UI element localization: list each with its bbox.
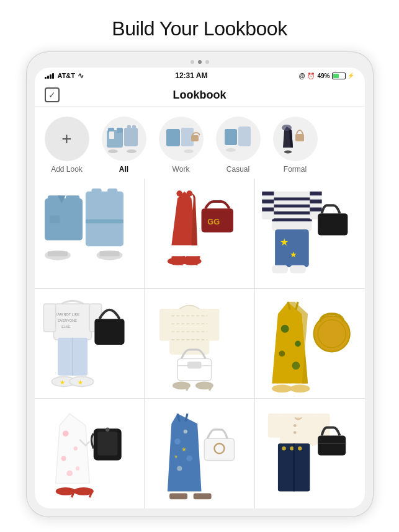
ipad-screen: AT&T ∿ 12:31 AM @ ⏰ 49% ⚡ Lookbook [35, 68, 365, 508]
dot-3 [205, 60, 209, 64]
svg-point-95 [272, 384, 292, 392]
svg-rect-22 [50, 215, 60, 223]
battery-percent: 49% [317, 73, 330, 79]
work-label: Work [173, 165, 190, 174]
outfit-2[interactable]: GG [145, 179, 254, 288]
svg-rect-117 [205, 439, 235, 461]
svg-rect-3 [109, 131, 114, 139]
category-formal[interactable]: Formal [268, 117, 323, 174]
category-all[interactable]: All [97, 117, 151, 174]
svg-rect-57 [318, 213, 347, 235]
svg-rect-6 [132, 125, 136, 130]
svg-point-100 [75, 467, 79, 471]
svg-point-125 [294, 432, 297, 435]
svg-rect-122 [268, 414, 282, 438]
work-circle [159, 117, 204, 161]
svg-rect-23 [85, 192, 123, 246]
ipad-frame: AT&T ∿ 12:31 AM @ ⏰ 49% ⚡ Lookbook [26, 51, 374, 517]
svg-rect-68 [94, 319, 124, 345]
svg-rect-0 [107, 130, 123, 148]
svg-rect-43 [272, 205, 312, 208]
nav-title: Lookbook [173, 89, 226, 102]
svg-rect-61 [43, 304, 55, 332]
add-look-circle: + [45, 117, 89, 161]
outfit-5-svg [150, 294, 249, 394]
svg-point-7 [108, 149, 118, 153]
svg-point-32 [187, 190, 193, 197]
outfit-8[interactable]: ★ ★ [145, 399, 254, 508]
svg-text:★: ★ [174, 454, 178, 460]
outfit-3[interactable]: ★ ★ [255, 179, 365, 288]
svg-point-87 [281, 324, 289, 332]
svg-rect-119 [169, 494, 187, 500]
plus-icon: + [61, 129, 71, 149]
categories-row: + Add Look [35, 107, 365, 179]
svg-rect-51 [310, 192, 321, 195]
outfit-3-svg: ★ ★ [260, 184, 360, 283]
formal-outfit-icon [273, 117, 318, 161]
svg-rect-53 [310, 208, 321, 211]
formal-label: Formal [284, 165, 307, 174]
svg-text:★: ★ [290, 250, 297, 259]
svg-point-112 [177, 466, 182, 471]
casual-label: Casual [226, 165, 249, 174]
svg-point-15 [226, 148, 236, 152]
svg-rect-25 [107, 188, 117, 198]
svg-text:ELSE: ELSE [61, 324, 71, 328]
work-outfit-icon [159, 117, 204, 161]
svg-rect-45 [272, 218, 312, 221]
svg-rect-58 [272, 265, 288, 273]
svg-rect-54 [275, 229, 309, 267]
svg-rect-131 [318, 436, 346, 456]
svg-point-96 [290, 384, 310, 392]
category-work[interactable]: Work [154, 117, 208, 174]
svg-text:★: ★ [60, 379, 65, 386]
outfit-5[interactable] [145, 289, 254, 399]
svg-point-127 [282, 446, 285, 450]
svg-rect-75 [207, 309, 219, 340]
svg-rect-120 [194, 494, 212, 500]
signal-icon [45, 73, 54, 79]
outfit-2-svg: GG [150, 184, 249, 283]
outfit-1[interactable] [35, 179, 145, 288]
svg-text:★: ★ [280, 236, 289, 247]
svg-rect-14 [238, 126, 251, 146]
svg-rect-52 [310, 200, 321, 203]
add-look-label: Add Look [51, 165, 83, 174]
outfit-9-svg [260, 404, 360, 503]
svg-point-109 [174, 439, 181, 445]
svg-text:I AM NOT LIKE: I AM NOT LIKE [55, 313, 79, 316]
all-outfit-icon [102, 117, 146, 161]
svg-rect-59 [290, 265, 306, 273]
charging-icon: ⚡ [347, 73, 354, 79]
status-time: 12:31 AM [175, 71, 207, 80]
outfit-6[interactable] [255, 289, 365, 399]
status-right: @ ⏰ 49% ⚡ [299, 73, 355, 79]
outfit-7[interactable] [35, 399, 145, 508]
outfit-4[interactable]: I AM NOT LIKE EVERYONE ELSE ★ [35, 289, 145, 399]
category-add-look[interactable]: + Add Look [40, 117, 94, 174]
svg-text:EVERYONE: EVERYONE [57, 319, 76, 322]
casual-circle [216, 117, 261, 161]
svg-point-104 [105, 428, 109, 432]
outfit-1-svg [40, 184, 140, 283]
svg-point-8 [127, 149, 137, 153]
svg-point-18 [284, 151, 292, 154]
svg-point-31 [177, 190, 183, 197]
status-left: AT&T ∿ [45, 71, 84, 80]
svg-rect-74 [159, 309, 171, 340]
svg-rect-2 [117, 128, 123, 133]
svg-point-88 [295, 340, 301, 347]
svg-point-110 [184, 430, 187, 433]
outfit-9[interactable] [255, 399, 365, 508]
all-label: All [119, 165, 128, 174]
svg-point-89 [279, 350, 285, 357]
dot-2 [198, 60, 202, 64]
svg-point-11 [184, 149, 194, 153]
svg-point-98 [73, 446, 77, 450]
status-bar: AT&T ∿ 12:31 AM @ ⏰ 49% ⚡ [35, 68, 365, 84]
category-casual[interactable]: Casual [211, 117, 266, 174]
all-circle [102, 117, 146, 161]
nav-checkbox[interactable] [45, 87, 60, 102]
formal-circle [273, 117, 318, 161]
